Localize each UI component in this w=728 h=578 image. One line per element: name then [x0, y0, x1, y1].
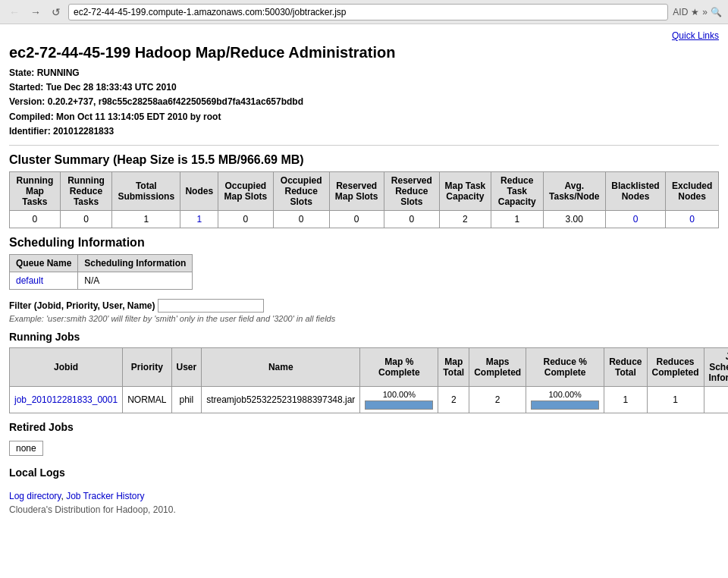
log-directory-link[interactable]: Log directory [9, 491, 61, 501]
compiled-value: Mon Oct 11 13:14:05 EDT 2010 by root [56, 112, 221, 122]
sched-col-queue: Queue Name [10, 254, 78, 272]
jobs-col-jobid: Jobid [10, 347, 123, 386]
jobs-col-sched-info: Job Scheduling Information [704, 347, 728, 386]
filter-section: Filter (Jobid, Priority, User, Name) Exa… [9, 299, 719, 323]
quick-links[interactable]: Quick Links [9, 30, 719, 41]
sched-queue-name[interactable]: default [10, 272, 78, 289]
job-maps-completed: 2 [469, 386, 526, 413]
val-occupied-reduce-slots: 0 [273, 210, 329, 228]
col-reserved-reduce-slots: Reserved Reduce Slots [384, 171, 439, 210]
val-blacklisted-nodes[interactable]: 0 [605, 210, 666, 228]
val-running-reduce-tasks: 0 [60, 210, 111, 228]
footer-copyright: Cloudera's Distribution for Hadoop, 2010… [9, 504, 719, 515]
jobs-col-reduce-total: Reduce Total [604, 347, 647, 386]
val-reserved-reduce-slots: 0 [384, 210, 439, 228]
table-row: job_201012281833_0001 NORMAL phil stream… [10, 386, 729, 413]
aid-label: AID [673, 7, 688, 17]
col-total-submissions: Total Submissions [112, 171, 180, 210]
nodes-link: 1 [196, 214, 202, 225]
retired-jobs-heading: Retired Jobs [9, 421, 719, 433]
col-reduce-task-capacity: Reduce Task Capacity [491, 171, 543, 210]
forward-button[interactable]: → [27, 5, 44, 20]
local-logs-heading: Local Logs [9, 466, 719, 479]
jobs-col-reduce-pct: Reduce % Complete [526, 347, 604, 386]
sched-row: default N/A [10, 272, 193, 289]
job-name: streamjob5253225231988397348.jar [202, 386, 360, 413]
browser-toolbar: ← → ↺ AID ★ » 🔍 [0, 0, 728, 24]
sched-info-value: N/A [78, 272, 193, 289]
cluster-summary-heading: Cluster Summary (Heap Size is 15.5 MB/96… [9, 153, 719, 167]
col-map-task-capacity: Map Task Capacity [440, 171, 491, 210]
job-sched-info: NA [704, 386, 728, 413]
job-tracker-history-link[interactable]: Job Tracker History [66, 491, 144, 501]
jobs-col-maps-completed: Maps Completed [469, 347, 526, 386]
jobs-col-reduces-completed: Reduces Completed [647, 347, 704, 386]
job-priority: NORMAL [123, 386, 171, 413]
col-running-map-tasks: Running Map Tasks [10, 171, 61, 210]
val-nodes[interactable]: 1 [180, 210, 218, 228]
job-reduce-total: 1 [604, 386, 647, 413]
col-occupied-reduce-slots: Occupied Reduce Slots [273, 171, 329, 210]
blacklisted-link: 0 [633, 214, 639, 225]
excluded-link: 0 [689, 214, 695, 225]
jobs-col-name: Name [202, 347, 360, 386]
reduce-progress-fill [532, 401, 598, 409]
val-reduce-task-capacity: 1 [491, 210, 543, 228]
col-excluded-nodes: Excluded Nodes [666, 171, 719, 210]
val-avg-tasks-node: 3.00 [543, 210, 605, 228]
job-id-link: job_201012281833_0001 [14, 394, 118, 405]
filter-label: Filter (Jobid, Priority, User, Name) [9, 300, 155, 311]
col-running-reduce-tasks: Running Reduce Tasks [60, 171, 111, 210]
footer: Log directory, Job Tracker History Cloud… [9, 491, 719, 515]
filter-example: Example: 'user:smith 3200' will filter b… [9, 314, 719, 323]
search-icon[interactable]: 🔍 [711, 7, 722, 17]
url-bar[interactable] [68, 4, 668, 20]
identifier-value: 201012281833 [53, 126, 114, 137]
state-label: State: [9, 68, 34, 78]
page-title: ec2-72-44-45-199 Hadoop Map/Reduce Admin… [9, 44, 719, 61]
col-nodes: Nodes [180, 171, 218, 210]
job-reduce-pct: 100.00% [526, 386, 604, 413]
col-reserved-map-slots: Reserved Map Slots [329, 171, 384, 210]
identifier-label: Identifier: [9, 126, 51, 137]
star-icon[interactable]: ★ [691, 7, 699, 17]
val-running-map-tasks: 0 [10, 210, 61, 228]
meta-info: State: RUNNING Started: Tue Dec 28 18:33… [9, 66, 719, 139]
filter-input[interactable] [158, 299, 264, 313]
page-content: Quick Links ec2-72-44-45-199 Hadoop Map/… [0, 24, 728, 521]
started-value: Tue Dec 28 18:33:43 UTC 2010 [46, 82, 177, 93]
col-occupied-map-slots: Occupied Map Slots [218, 171, 274, 210]
scheduling-table: Queue Name Scheduling Information defaul… [9, 254, 193, 290]
divider-1 [9, 145, 719, 146]
version-value: 0.20.2+737, r98c55c28258aa6f42250569bd7f… [48, 96, 303, 107]
col-blacklisted-nodes: Blacklisted Nodes [605, 171, 666, 210]
sched-col-info: Scheduling Information [78, 254, 193, 272]
more-icon[interactable]: » [702, 7, 708, 17]
jobs-col-map-pct: Map % Complete [360, 347, 438, 386]
compiled-label: Compiled: [9, 112, 54, 122]
version-label: Version: [9, 96, 45, 107]
cluster-summary-table: Running Map Tasks Running Reduce Tasks T… [9, 171, 719, 228]
val-excluded-nodes[interactable]: 0 [666, 210, 719, 228]
job-reduces-completed: 1 [647, 386, 704, 413]
footer-links: Log directory, Job Tracker History [9, 491, 719, 501]
reload-button[interactable]: ↺ [49, 5, 64, 20]
val-occupied-map-slots: 0 [218, 210, 274, 228]
state-value: RUNNING [37, 68, 80, 78]
val-total-submissions: 1 [112, 210, 180, 228]
jobs-col-user: User [171, 347, 202, 386]
job-map-pct: 100.00% [360, 386, 438, 413]
queue-link: default [16, 275, 43, 286]
cluster-data-row: 0 0 1 1 0 0 0 0 2 1 3.00 0 0 [10, 210, 719, 228]
running-jobs-table: Jobid Priority User Name Map % Complete … [9, 347, 728, 413]
map-progress-fill [366, 401, 432, 409]
running-jobs-heading: Running Jobs [9, 331, 719, 343]
retired-none-label: none [9, 441, 43, 456]
job-id-cell[interactable]: job_201012281833_0001 [10, 386, 123, 413]
scheduling-heading: Scheduling Information [9, 236, 719, 250]
map-progress-bar [365, 401, 433, 410]
col-avg-tasks-node: Avg. Tasks/Node [543, 171, 605, 210]
job-map-total: 2 [438, 386, 469, 413]
back-button[interactable]: ← [6, 5, 23, 20]
jobs-col-priority: Priority [123, 347, 171, 386]
